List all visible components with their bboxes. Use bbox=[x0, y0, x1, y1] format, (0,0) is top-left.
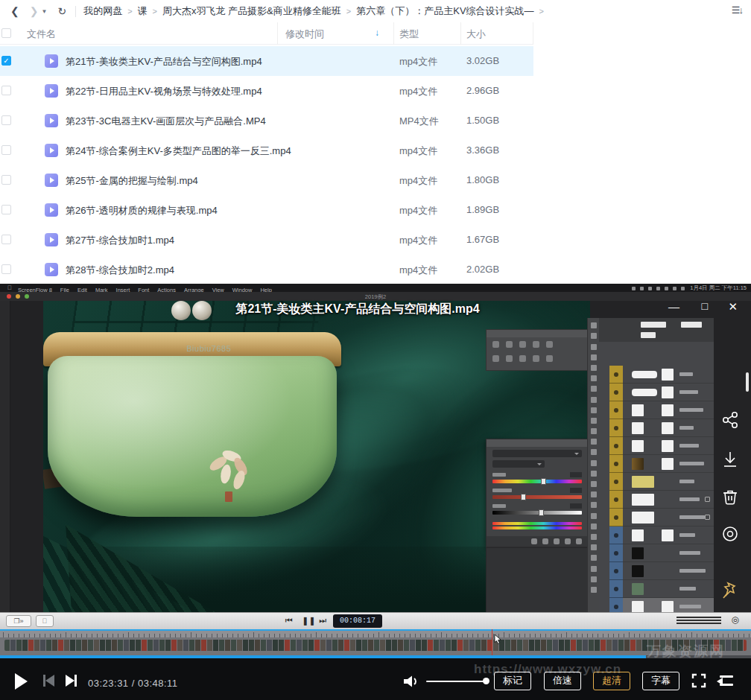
previous-button[interactable] bbox=[43, 675, 54, 687]
fullscreen-icon[interactable] bbox=[691, 673, 706, 688]
layer-visibility-eye[interactable] bbox=[609, 491, 623, 509]
share-icon[interactable] bbox=[720, 410, 741, 430]
layer-row[interactable] bbox=[623, 544, 714, 562]
file-size: 3.02GB bbox=[466, 55, 499, 66]
sf-prev-icon[interactable]: ⏮ bbox=[285, 616, 293, 626]
layer-row[interactable] bbox=[623, 419, 714, 437]
layer-visibility-eye[interactable] bbox=[609, 401, 623, 419]
download-icon[interactable] bbox=[720, 449, 741, 470]
file-checkbox[interactable]: ✓ bbox=[1, 56, 11, 66]
next-button[interactable] bbox=[66, 675, 77, 687]
col-type[interactable]: 类型 bbox=[399, 28, 419, 41]
history-caret-icon[interactable]: ▼ bbox=[41, 8, 47, 15]
file-checkbox[interactable] bbox=[1, 264, 11, 274]
sf-crop-button[interactable]: ⎕ bbox=[36, 615, 54, 627]
back-icon[interactable]: ❮ bbox=[10, 5, 19, 17]
layer-visibility-eye[interactable] bbox=[609, 455, 623, 473]
view-sort-icon[interactable]: ☰↓ bbox=[732, 4, 742, 16]
layer-row[interactable] bbox=[623, 401, 714, 419]
layer-row[interactable] bbox=[623, 455, 714, 473]
layer-visibility-eye[interactable] bbox=[609, 473, 623, 491]
layer-visibility-eye[interactable] bbox=[609, 526, 623, 544]
volume-icon[interactable] bbox=[402, 675, 419, 688]
file-name[interactable]: 第23节-3C电器主KV-画面层次与产品融合.MP4 bbox=[66, 115, 266, 128]
sf-pause-icon[interactable]: ❚❚ bbox=[302, 616, 315, 626]
layer-row[interactable] bbox=[623, 562, 714, 580]
volume-slider[interactable] bbox=[426, 681, 486, 682]
layer-visibility-eye[interactable] bbox=[609, 580, 623, 598]
layer-visibility-eye[interactable] bbox=[609, 562, 623, 580]
file-checkbox[interactable] bbox=[1, 145, 11, 155]
recorded-doc-title: 2019例2 bbox=[0, 293, 751, 301]
file-name[interactable]: 第25节-金属的把握与绘制.mp4 bbox=[66, 174, 198, 188]
layer-row[interactable] bbox=[623, 491, 714, 509]
layer-row[interactable] bbox=[623, 580, 714, 598]
delete-icon[interactable] bbox=[720, 486, 741, 507]
play-button[interactable] bbox=[15, 673, 28, 690]
sf-volume-slider[interactable] bbox=[676, 620, 721, 621]
col-name[interactable]: 文件名 bbox=[27, 28, 56, 41]
file-checkbox[interactable] bbox=[1, 235, 11, 244]
file-name[interactable]: 第27节-综合技加时1.mp4 bbox=[66, 234, 174, 247]
file-name[interactable]: 第26节-透明材质的规律与表现.mp4 bbox=[66, 204, 218, 217]
subtitle-button[interactable]: 字幕 bbox=[642, 672, 679, 690]
layer-row[interactable] bbox=[623, 473, 714, 491]
video-player[interactable]:  ScreenFlow 8FileEditMarkInsertFontActi… bbox=[0, 284, 751, 700]
file-name[interactable]: 第21节-美妆类主KV-产品结合与空间构图.mp4 bbox=[66, 55, 262, 69]
maximize-button[interactable]: □ bbox=[702, 300, 708, 312]
sf-timeline-track[interactable] bbox=[0, 637, 751, 655]
file-row[interactable]: 第26节-透明材质的规律与表现.mp4mp4文件1.89GB bbox=[0, 195, 533, 225]
file-checkbox[interactable] bbox=[1, 115, 11, 125]
layer-visibility-eye[interactable] bbox=[609, 419, 623, 437]
layer-visibility-eye[interactable] bbox=[609, 509, 623, 526]
layer-row[interactable] bbox=[623, 509, 714, 526]
sf-playhead[interactable] bbox=[492, 629, 492, 655]
speed-button[interactable]: 倍速 bbox=[544, 672, 581, 690]
pin-icon[interactable] bbox=[720, 580, 741, 601]
layer-visibility-eye[interactable] bbox=[609, 366, 623, 384]
sf-next-icon[interactable]: ⏭ bbox=[319, 616, 326, 626]
file-row[interactable]: 第28节-综合技加时2.mp4mp4文件2.02GB bbox=[0, 255, 533, 284]
volume-knob[interactable] bbox=[483, 678, 489, 684]
file-name[interactable]: 第24节-综合案例主KV-多类型产品图的举一反三.mp4 bbox=[66, 144, 291, 158]
sort-desc-icon[interactable]: ↓ bbox=[375, 28, 379, 38]
file-checkbox[interactable] bbox=[1, 86, 11, 95]
layer-row[interactable] bbox=[623, 384, 714, 401]
breadcrumb-item[interactable]: 第六章（下）：产品主KV综合设计实战— bbox=[356, 4, 533, 18]
breadcrumb-item[interactable]: 我的网盘 bbox=[83, 4, 122, 18]
quality-button[interactable]: 超清 bbox=[593, 672, 630, 690]
forward-icon[interactable]: ❯ bbox=[30, 5, 39, 17]
refresh-icon[interactable]: ↻ bbox=[57, 5, 66, 17]
layer-row[interactable] bbox=[623, 526, 714, 544]
layer-row[interactable] bbox=[623, 366, 714, 384]
file-row[interactable]: 第23节-3C电器主KV-画面层次与产品融合.MP4MP4文件1.50GB bbox=[0, 106, 533, 136]
breadcrumb-item[interactable]: 课 bbox=[138, 4, 148, 18]
file-row[interactable]: 第25节-金属的把握与绘制.mp4mp4文件1.80GB bbox=[0, 165, 533, 195]
layer-row[interactable] bbox=[623, 437, 714, 455]
file-row[interactable]: 第24节-综合案例主KV-多类型产品图的举一反三.mp4mp4文件3.36GB bbox=[0, 136, 533, 165]
mark-button[interactable]: 标记 bbox=[494, 672, 531, 690]
layer-visibility-eye[interactable] bbox=[609, 437, 623, 455]
file-name[interactable]: 第22节-日用品主KV-视角场景与特效处理.mp4 bbox=[66, 85, 262, 98]
minimize-button[interactable]: — bbox=[668, 300, 679, 313]
select-all-checkbox[interactable] bbox=[1, 28, 11, 38]
breadcrumb-item[interactable]: 周大杰x羽飞龙 产品摄影&商业精修全能班 bbox=[162, 4, 341, 18]
file-checkbox[interactable] bbox=[1, 175, 11, 185]
col-modified[interactable]: 修改时间 bbox=[285, 28, 324, 41]
layer-visibility-eye[interactable] bbox=[609, 384, 623, 401]
playlist-toggle-icon[interactable] bbox=[717, 675, 733, 687]
mouse-cursor bbox=[494, 634, 501, 644]
layer-visibility-eye[interactable] bbox=[609, 544, 623, 562]
col-size[interactable]: 大小 bbox=[466, 28, 486, 41]
file-checkbox[interactable] bbox=[1, 205, 11, 214]
sf-timeline-ruler[interactable] bbox=[0, 629, 751, 637]
file-name[interactable]: 第28节-综合技加时2.mp4 bbox=[66, 264, 174, 277]
file-row[interactable]: ✓第21节-美妆类主KV-产品结合与空间构图.mp4mp4文件3.02GB bbox=[0, 46, 533, 76]
file-type: mp4文件 bbox=[399, 234, 437, 247]
sf-export-button[interactable]: ❐» bbox=[6, 615, 31, 627]
record-disc-icon[interactable] bbox=[720, 524, 741, 544]
file-row[interactable]: 第27节-综合技加时1.mp4mp4文件1.67GB bbox=[0, 225, 533, 255]
file-row[interactable]: 第22节-日用品主KV-视角场景与特效处理.mp4mp4文件2.96GB bbox=[0, 76, 533, 106]
file-type: MP4文件 bbox=[399, 115, 439, 128]
close-button[interactable]: ✕ bbox=[728, 300, 738, 314]
